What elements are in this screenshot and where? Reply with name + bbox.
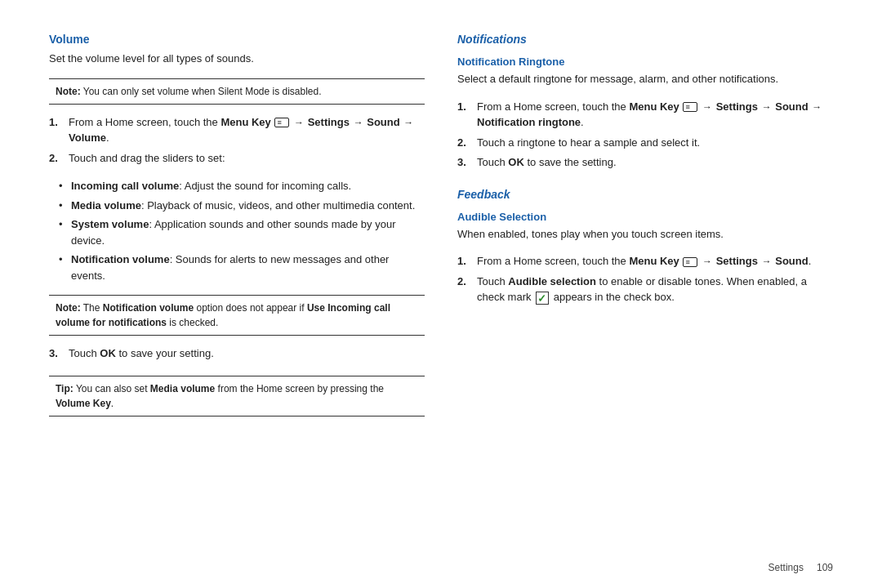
ringtone-step3-text: Touch OK to save the setting. [477, 154, 617, 171]
step-2: 2. Touch and drag the sliders to set: [49, 150, 425, 167]
ringtone-step1-num: 1. [457, 99, 472, 131]
bullet-4-text: Notification volume: Sounds for alerts t… [71, 252, 425, 283]
bullet-1-text: Incoming call volume: Adjust the sound f… [71, 178, 351, 194]
audible-step2-num: 2. [457, 274, 472, 305]
step2-num: 2. [49, 150, 64, 167]
menu-key-icon-3 [683, 257, 697, 267]
footer: Settings 109 [768, 562, 833, 573]
feedback-section-title: Feedback [457, 188, 833, 201]
ringtone-step1-text: From a Home screen, touch the Menu Key →… [477, 99, 833, 131]
bullet-2-text: Media volume: Playback of music, videos,… [71, 198, 415, 214]
step1-num: 1. [49, 114, 64, 146]
menu-key-icon-2 [683, 102, 697, 112]
checkbox-icon [536, 292, 549, 305]
note1-text: You can only set volume when Silent Mode… [81, 86, 322, 97]
footer-label: Settings [768, 562, 804, 573]
bullet-list: • Incoming call volume: Adjust the sound… [59, 178, 425, 287]
audible-selection-title: Audible Selection [457, 211, 833, 223]
audible-step2-text: Touch Audible selection to enable or dis… [477, 274, 833, 305]
ringtone-step-2: 2. Touch a ringtone to hear a sample and… [457, 135, 833, 151]
volume-section-title: Volume [49, 33, 425, 46]
bullet-4: • Notification volume: Sounds for alerts… [59, 252, 425, 283]
step-1: 1. From a Home screen, touch the Menu Ke… [49, 114, 425, 146]
bullet-2: • Media volume: Playback of music, video… [59, 198, 425, 214]
ringtone-step-3: 3. Touch OK to save the setting. [457, 154, 833, 171]
bullet-1: • Incoming call volume: Adjust the sound… [59, 178, 425, 194]
notifications-section-title: Notifications [457, 33, 833, 46]
right-column: Notifications Notification Ringtone Sele… [457, 33, 833, 564]
note-box-1: Note: You can only set volume when Silen… [49, 78, 425, 105]
steps-list: 1. From a Home screen, touch the Menu Ke… [49, 114, 425, 171]
step2-text: Touch and drag the sliders to set: [69, 150, 225, 167]
step3-num: 3. [49, 345, 64, 362]
audible-step-2: 2. Touch Audible selection to enable or … [457, 274, 833, 305]
bullet-3: • System volume: Application sounds and … [59, 216, 425, 248]
step-3: 3. Touch OK to save your setting. [49, 345, 425, 362]
ringtone-steps: 1. From a Home screen, touch the Menu Ke… [457, 99, 833, 175]
ringtone-step3-num: 3. [457, 154, 472, 171]
note-box-2: Note: The Notification volume option doe… [49, 295, 425, 336]
ringtone-step-1: 1. From a Home screen, touch the Menu Ke… [457, 99, 833, 131]
bullet-3-text: System volume: Application sounds and ot… [71, 216, 425, 248]
bullet-2-dot: • [59, 198, 67, 214]
audible-selection-intro: When enabled, tones play when you touch … [457, 226, 833, 243]
audible-step1-text: From a Home screen, touch the Menu Key →… [477, 253, 811, 270]
ringtone-step2-num: 2. [457, 135, 472, 151]
step3-text: Touch OK to save your setting. [69, 345, 214, 362]
footer-page: 109 [817, 562, 833, 573]
audible-steps: 1. From a Home screen, touch the Menu Ke… [457, 253, 833, 310]
tip-box: Tip: You can also set Media volume from … [49, 376, 425, 416]
bullet-1-dot: • [59, 178, 67, 194]
notification-ringtone-title: Notification Ringtone [457, 56, 833, 68]
page: Volume Set the volume level for all type… [0, 0, 882, 588]
ringtone-step2-text: Touch a ringtone to hear a sample and se… [477, 135, 700, 151]
note1-prefix: Note: [56, 86, 81, 97]
audible-step-1: 1. From a Home screen, touch the Menu Ke… [457, 253, 833, 270]
left-column: Volume Set the volume level for all type… [49, 33, 425, 564]
notification-ringtone-intro: Select a default ringtone for message, a… [457, 71, 833, 87]
bullet-4-dot: • [59, 252, 67, 283]
menu-key-icon [274, 118, 289, 127]
bullet-3-dot: • [59, 216, 67, 248]
audible-step1-num: 1. [457, 253, 472, 270]
tip-prefix: Tip: [56, 383, 74, 394]
note2-prefix: Note: [56, 302, 81, 314]
step3-list: 3. Touch OK to save your setting. [49, 345, 425, 366]
volume-intro: Set the volume level for all types of so… [49, 51, 425, 67]
step1-text: From a Home screen, touch the Menu Key →… [69, 114, 425, 146]
